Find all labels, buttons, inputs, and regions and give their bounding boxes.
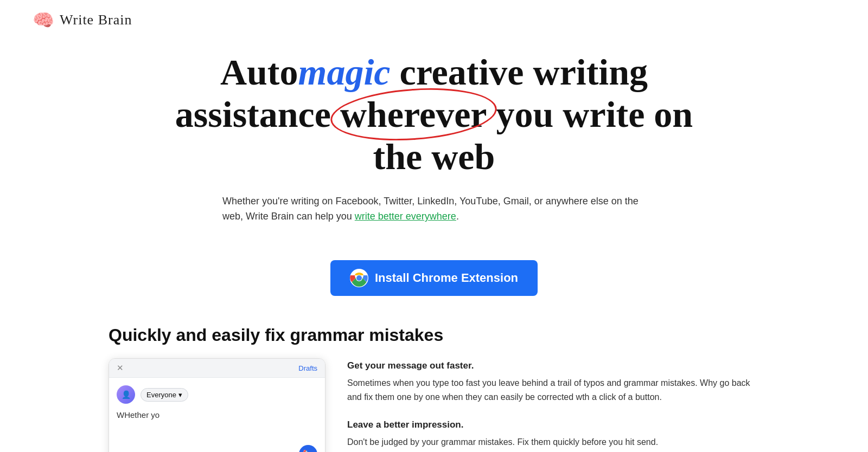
features-row: ✕ Drafts 👤 Everyone ▾ WHether yo ✏️ 🔵 bbox=[108, 358, 760, 452]
hero-title-pre: Auto bbox=[220, 51, 298, 93]
svg-point-2 bbox=[356, 275, 362, 281]
header: 🧠 Write Brain bbox=[0, 0, 868, 40]
cta-label: Install Chrome Extension bbox=[375, 271, 518, 285]
logo-brain-icon: 🧠 bbox=[33, 10, 54, 30]
mockup-typing-text: WHether yo bbox=[117, 410, 317, 437]
install-chrome-extension-button[interactable]: Install Chrome Extension bbox=[330, 260, 538, 296]
features-section-title: Quickly and easily fix grammar mistakes bbox=[108, 325, 760, 345]
chrome-icon bbox=[350, 269, 368, 287]
logo[interactable]: 🧠 Write Brain bbox=[33, 10, 132, 30]
hero-title-line2-pre: assistance bbox=[175, 94, 340, 135]
feature-block-1-body: Sometimes when you type too fast you lea… bbox=[347, 376, 760, 404]
mockup-body: 👤 Everyone ▾ WHether yo ✏️ 🔵 Everyone ca… bbox=[109, 378, 325, 452]
hero-section: Automagic creative writing assistance wh… bbox=[0, 40, 868, 241]
mockup-audience-button[interactable]: Everyone ▾ bbox=[141, 388, 188, 402]
mockup-screenshot: ✕ Drafts 👤 Everyone ▾ WHether yo ✏️ 🔵 bbox=[108, 358, 326, 452]
mockup-pencil-area: ✏️ bbox=[117, 445, 317, 452]
feature-block-2: Leave a better impression. Don't be judg… bbox=[347, 417, 760, 449]
hero-subtitle-link[interactable]: write better everywhere bbox=[355, 211, 456, 222]
feature-block-2-title: Leave a better impression. bbox=[347, 417, 760, 432]
cta-section: Install Chrome Extension bbox=[0, 260, 868, 296]
mockup-avatar: 👤 bbox=[117, 385, 135, 404]
feature-block-1: Get your message out faster. Sometimes w… bbox=[347, 358, 760, 404]
hero-title-line2-post: you write on bbox=[487, 94, 693, 135]
feature-text-area: Get your message out faster. Sometimes w… bbox=[347, 358, 760, 452]
hero-title-magic: magic bbox=[298, 51, 391, 93]
feature-block-1-title: Get your message out faster. bbox=[347, 358, 760, 373]
logo-text: Write Brain bbox=[60, 12, 132, 28]
mockup-pencil-icon[interactable]: ✏️ bbox=[299, 445, 317, 452]
hero-subtitle: Whether you're writing on Facebook, Twit… bbox=[222, 193, 646, 225]
mockup-titlebar: ✕ Drafts bbox=[109, 359, 325, 378]
mockup-audience-chevron: ▾ bbox=[178, 391, 182, 399]
hero-title-line1-post: creative writing bbox=[390, 51, 648, 93]
features-section: Quickly and easily fix grammar mistakes … bbox=[0, 320, 868, 452]
mockup-drafts-label: Drafts bbox=[298, 364, 317, 372]
hero-title-line3: the web bbox=[373, 136, 495, 177]
hero-title-wherever: wherever bbox=[340, 94, 487, 135]
mockup-user-row: 👤 Everyone ▾ bbox=[117, 385, 317, 404]
hero-title-wherever-wrap: wherever bbox=[340, 93, 487, 135]
mockup-close-icon: ✕ bbox=[117, 363, 124, 373]
feature-block-2-body: Don't be judged by your grammar mistakes… bbox=[347, 435, 760, 449]
hero-subtitle-end: . bbox=[456, 211, 459, 222]
mockup-audience-label: Everyone bbox=[146, 391, 176, 399]
hero-title: Automagic creative writing assistance wh… bbox=[108, 51, 760, 178]
